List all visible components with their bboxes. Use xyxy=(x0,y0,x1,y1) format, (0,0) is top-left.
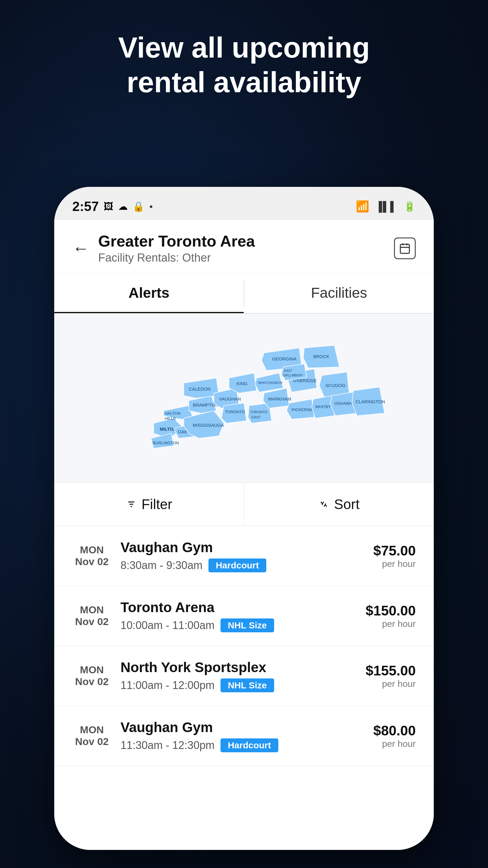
svg-rect-0 xyxy=(400,244,410,253)
listing-date: MON Nov 02 xyxy=(72,664,111,687)
listing-price: $75.00 per hour xyxy=(373,542,416,569)
svg-text:WHITCHURCH: WHITCHURCH xyxy=(258,381,282,384)
listing-date: MON Nov 02 xyxy=(72,724,111,747)
svg-text:TORONTO: TORONTO xyxy=(250,410,267,414)
listings-list: MON Nov 02 Vaughan Gym 8:30am - 9:30am H… xyxy=(54,526,434,766)
svg-text:CALEDON: CALEDON xyxy=(189,386,211,392)
lock-icon: 🔒 xyxy=(133,201,144,212)
filter-button[interactable]: Filter xyxy=(54,483,244,526)
cloud-icon: ☁ xyxy=(118,201,128,212)
listing-badge: NHL Size xyxy=(221,678,274,692)
tabs: Alerts Facilities xyxy=(54,274,434,314)
filter-label: Filter xyxy=(141,496,172,513)
sort-label: Sort xyxy=(334,496,359,513)
svg-text:KING: KING xyxy=(236,381,248,386)
app-content: ← Greater Toronto Area Facility Rentals:… xyxy=(54,220,434,850)
svg-text:HALTON: HALTON xyxy=(165,411,181,415)
svg-text:VAUGHAN: VAUGHAN xyxy=(219,396,241,401)
signal-icon: ▐▌▌ xyxy=(375,201,398,212)
svg-text:TORONTO: TORONTO xyxy=(225,410,245,414)
svg-text:PICKERING: PICKERING xyxy=(292,407,314,412)
sort-button[interactable]: Sort xyxy=(244,483,434,526)
listing-price: $80.00 per hour xyxy=(373,722,416,749)
sort-icon xyxy=(318,500,329,509)
dot-icon: • xyxy=(150,201,153,212)
battery-icon: 🔋 xyxy=(404,201,416,212)
listing-item[interactable]: MON Nov 02 North York Sportsplex 11:00am… xyxy=(54,646,434,706)
svg-text:EAST: EAST xyxy=(284,369,292,373)
wifi-icon: 📶 xyxy=(356,200,369,213)
svg-text:CLARINGTON: CLARINGTON xyxy=(355,399,385,404)
svg-text:SCUGOG: SCUGOG xyxy=(325,383,346,388)
header-subtitle: Facility Rentals: Other xyxy=(98,251,255,264)
svg-text:EAST: EAST xyxy=(252,415,261,419)
photo-icon: 🖼 xyxy=(104,201,113,212)
filter-icon xyxy=(126,500,137,509)
listing-item[interactable]: MON Nov 02 Vaughan Gym 8:30am - 9:30am H… xyxy=(54,526,434,586)
svg-text:MISSISSAUGA: MISSISSAUGA xyxy=(193,423,224,428)
hero-line2: rental availability xyxy=(24,65,464,99)
back-button[interactable]: ← xyxy=(72,239,89,258)
listing-date: MON Nov 02 xyxy=(72,604,111,627)
calendar-button[interactable] xyxy=(394,238,416,259)
hero-line1: View all upcoming xyxy=(24,30,464,65)
phone-frame: 2:57 🖼 ☁ 🔒 • 📶 ▐▌▌ 🔋 ← Greater Toronto A… xyxy=(54,187,434,850)
status-bar: 2:57 🖼 ☁ 🔒 • 📶 ▐▌▌ 🔋 xyxy=(54,187,434,220)
map-area: MILTON BURLINGTON HALTON HILLS OAKVILLE … xyxy=(54,314,434,483)
svg-text:OSHAWA: OSHAWA xyxy=(334,401,352,406)
svg-text:HILLS: HILLS xyxy=(165,416,176,421)
hero-section: View all upcoming rental availability xyxy=(0,30,488,99)
tab-alerts[interactable]: Alerts xyxy=(54,274,244,313)
svg-text:BROCK: BROCK xyxy=(313,354,329,359)
listing-item[interactable]: MON Nov 02 Vaughan Gym 11:30am - 12:30pm… xyxy=(54,706,434,766)
listing-info: Vaughan Gym 11:30am - 12:30pm Hardcourt xyxy=(121,719,364,752)
status-time: 2:57 xyxy=(72,199,99,214)
listing-price: $155.00 per hour xyxy=(366,662,416,689)
svg-text:BURLINGTON: BURLINGTON xyxy=(153,441,179,445)
svg-text:GEORGINA: GEORGINA xyxy=(272,356,296,361)
tab-facilities[interactable]: Facilities xyxy=(244,274,434,313)
listing-badge: Hardcourt xyxy=(221,738,278,752)
listing-info: North York Sportsplex 11:00am - 12:00pm … xyxy=(121,659,357,692)
listing-info: Vaughan Gym 8:30am - 9:30am Hardcourt xyxy=(121,539,364,572)
listing-price: $150.00 per hour xyxy=(366,602,416,629)
filter-sort-bar: Filter Sort xyxy=(54,483,434,526)
svg-text:GWILLIMBURY: GWILLIMBURY xyxy=(282,374,303,377)
listing-item[interactable]: MON Nov 02 Toronto Arena 10:00am - 11:00… xyxy=(54,586,434,646)
app-header: ← Greater Toronto Area Facility Rentals:… xyxy=(54,220,434,274)
listing-badge: NHL Size xyxy=(221,618,274,632)
svg-text:WHITBY: WHITBY xyxy=(315,404,331,409)
header-title: Greater Toronto Area xyxy=(98,232,255,250)
listing-info: Toronto Arena 10:00am - 11:00am NHL Size xyxy=(121,599,357,632)
svg-text:MARKHAM: MARKHAM xyxy=(268,396,291,401)
listing-badge: Hardcourt xyxy=(208,558,266,572)
listing-date: MON Nov 02 xyxy=(72,544,111,567)
